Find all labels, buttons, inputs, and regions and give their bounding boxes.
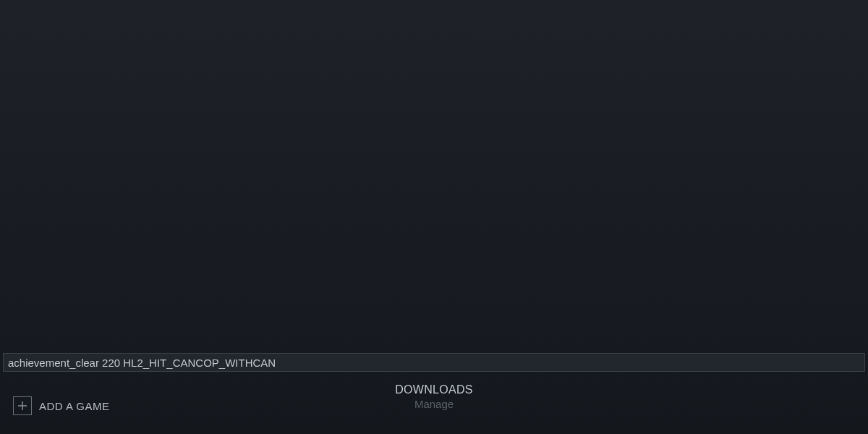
downloads-button[interactable]: DOWNLOADS Manage	[395, 383, 473, 410]
add-game-button[interactable]: ADD A GAME	[13, 396, 110, 415]
downloads-title: DOWNLOADS	[395, 383, 473, 396]
console-input-wrapper	[0, 353, 868, 372]
bottom-bar: ADD A GAME DOWNLOADS Manage	[0, 378, 868, 434]
main-content-area	[0, 0, 868, 347]
console-input[interactable]	[3, 353, 865, 372]
plus-icon	[13, 396, 32, 415]
downloads-subtitle: Manage	[395, 398, 473, 410]
add-game-label: ADD A GAME	[39, 400, 110, 412]
